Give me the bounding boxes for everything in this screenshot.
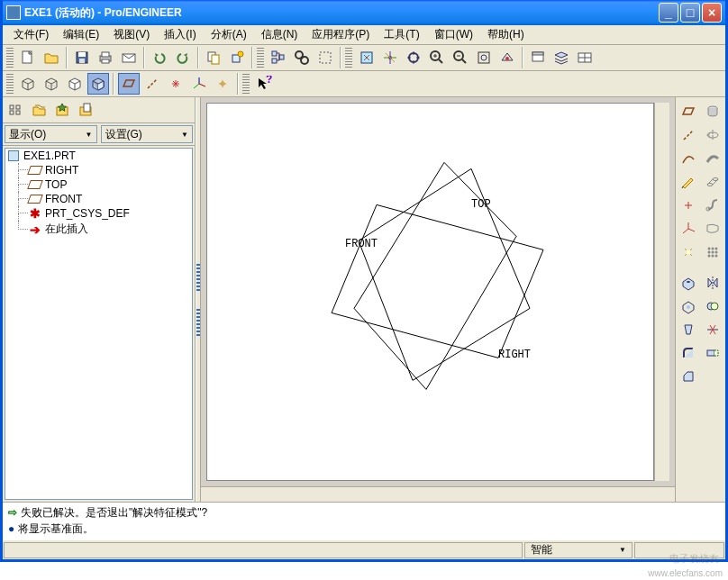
settings-dropdown-label: 设置(G) — [105, 127, 142, 142]
datum-curve-button[interactable] — [678, 148, 699, 169]
csys-toggle[interactable] — [188, 73, 210, 95]
orient-button[interactable] — [403, 47, 424, 68]
draft-button[interactable] — [678, 319, 699, 340]
tree-favorites-button[interactable] — [51, 99, 73, 121]
toolbar-drag-handle[interactable] — [6, 74, 14, 94]
tree-show-button[interactable] — [5, 99, 26, 121]
menu-insert[interactable]: 插入(I) — [157, 25, 203, 44]
model-tree[interactable]: EXE1.PRT RIGHT TOP FRONT ✱ PRT_CSYS_DEF — [5, 148, 193, 500]
datum-plane-button[interactable] — [678, 101, 699, 122]
copy-paste-button[interactable] — [203, 47, 224, 68]
shading-button[interactable] — [87, 73, 109, 95]
sketch-button[interactable] — [678, 171, 699, 193]
view-manager-button[interactable] — [574, 47, 596, 68]
menu-edit[interactable]: 编辑(E) — [56, 25, 106, 44]
pattern-button[interactable] — [702, 241, 723, 263]
spin-center-button[interactable] — [379, 47, 401, 68]
select-button[interactable] — [314, 47, 336, 68]
datum-point-toggle[interactable] — [165, 73, 187, 95]
message-area: ⇨ 失败已解决。是否退出"解决特征模式"? ● 将显示基准面。 — [3, 502, 725, 539]
window: EXE1 (活动的) - Pro/ENGINEER _ □ × 文件(F) 编辑… — [0, 0, 728, 562]
open-button[interactable] — [41, 47, 62, 68]
round-button[interactable] — [678, 342, 699, 364]
hole-button[interactable] — [678, 272, 699, 294]
revolve-button[interactable] — [702, 124, 723, 146]
tree-item-front[interactable]: FRONT — [5, 192, 192, 206]
datum-axis-toggle[interactable] — [141, 73, 163, 95]
tree-paste-button[interactable] — [75, 99, 96, 121]
titlebar[interactable]: EXE1 (活动的) - Pro/ENGINEER _ □ × — [3, 0, 725, 25]
search-button[interactable] — [291, 47, 313, 68]
tree-item-right[interactable]: RIGHT — [5, 163, 192, 177]
refit-button[interactable] — [473, 47, 495, 68]
csys-icon: ✱ — [29, 208, 41, 219]
settings-dropdown[interactable]: 设置(G) ▼ — [101, 125, 194, 143]
mail-button[interactable] — [118, 47, 140, 68]
datum-point-button[interactable] — [678, 195, 699, 216]
saved-views-button[interactable] — [527, 47, 549, 68]
menu-window[interactable]: 窗口(W) — [427, 25, 480, 44]
redo-button[interactable] — [172, 47, 194, 68]
reorient-button[interactable] — [496, 47, 518, 68]
help-cursor-button[interactable]: ? — [253, 73, 275, 95]
new-button[interactable] — [17, 47, 39, 68]
mirror-button[interactable] — [702, 272, 723, 294]
minimize-button[interactable]: _ — [659, 3, 678, 23]
blend-button[interactable] — [702, 171, 723, 193]
zoom-in-button[interactable] — [426, 47, 448, 68]
datum-plane-toggle[interactable] — [118, 73, 140, 95]
no-hidden-button[interactable] — [64, 73, 86, 95]
graphics-canvas[interactable]: TOP FRONT RIGHT — [206, 103, 654, 481]
tree-item-top[interactable]: TOP — [5, 177, 192, 192]
toolbar-drag-handle[interactable] — [6, 48, 14, 68]
menu-analysis[interactable]: 分析(A) — [204, 25, 254, 44]
plane-icon — [29, 194, 41, 204]
tree-item-csys[interactable]: ✱ PRT_CSYS_DEF — [5, 206, 192, 221]
swept-blend-button[interactable] — [702, 195, 723, 216]
show-dropdown[interactable]: 显示(O) ▼ — [5, 125, 97, 143]
toolbar-drag-handle[interactable] — [345, 48, 352, 68]
regen-button[interactable] — [226, 47, 248, 68]
extrude-button[interactable] — [702, 101, 723, 122]
tree-item-insert-here[interactable]: ➔ 在此插入 — [5, 221, 192, 238]
menu-tools[interactable]: 工具(T) — [377, 25, 426, 44]
toolbar-drag-handle[interactable] — [257, 48, 264, 68]
hidden-line-button[interactable] — [41, 73, 62, 95]
wireframe-button[interactable] — [17, 73, 39, 95]
menu-view[interactable]: 视图(V) — [106, 25, 157, 44]
separator — [66, 47, 68, 68]
status-filter-dropdown[interactable]: 智能 ▼ — [524, 542, 632, 558]
sweep-button[interactable] — [702, 148, 723, 169]
boundary-blend-button[interactable] — [702, 218, 723, 240]
annotation-toggle[interactable] — [212, 73, 233, 95]
trim-button[interactable] — [702, 319, 723, 340]
svg-rect-54 — [16, 105, 20, 109]
maximize-button[interactable]: □ — [680, 3, 700, 23]
tree-root[interactable]: EXE1.PRT — [5, 149, 192, 163]
tree-layers-button[interactable] — [28, 99, 50, 121]
chamfer-button[interactable] — [678, 366, 699, 387]
menu-help[interactable]: 帮助(H) — [480, 25, 532, 44]
datum-axis-button[interactable] — [678, 124, 699, 146]
extend-button[interactable] — [702, 342, 723, 364]
zoom-out-button[interactable] — [450, 47, 471, 68]
analysis-feature-button[interactable] — [678, 241, 699, 263]
undo-button[interactable] — [149, 47, 170, 68]
save-button[interactable] — [71, 47, 93, 68]
merge-button[interactable] — [702, 295, 723, 317]
show-dropdown-label: 显示(O) — [9, 127, 46, 142]
layers-button[interactable] — [551, 47, 572, 68]
scrollbar-horizontal[interactable] — [201, 486, 675, 502]
toolbar-drag-handle[interactable] — [242, 74, 250, 94]
menu-info[interactable]: 信息(N) — [254, 25, 305, 44]
content-area: 显示(O) ▼ 设置(G) ▼ EXE1.PRT RIGHT — [3, 97, 725, 502]
datum-csys-button[interactable] — [678, 218, 699, 240]
close-button[interactable]: × — [702, 3, 722, 23]
repaint-button[interactable] — [356, 47, 378, 68]
model-tree-button[interactable] — [268, 47, 289, 68]
menu-file[interactable]: 文件(F) — [6, 25, 56, 44]
scrollbar-vertical[interactable] — [654, 103, 669, 481]
menu-app[interactable]: 应用程序(P) — [305, 25, 377, 44]
shell-button[interactable] — [678, 295, 699, 317]
print-button[interactable] — [95, 47, 116, 68]
